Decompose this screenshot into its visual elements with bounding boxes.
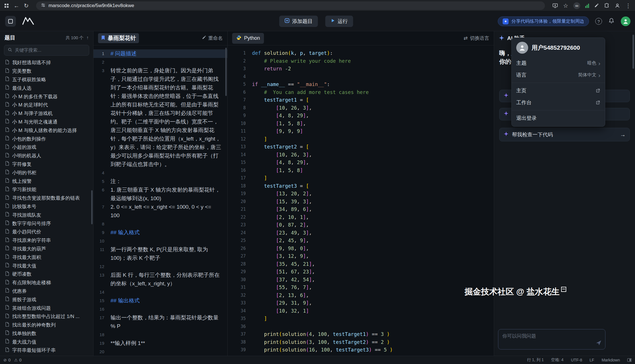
code-line[interactable]: 34 [10, 32, 1] <box>228 307 494 315</box>
code-line[interactable]: 10 [1, 5, 8], <box>228 120 494 128</box>
switch-language-button[interactable]: ⇄ 切换语言 <box>464 35 489 41</box>
problem-list-item[interactable]: 线上报警 <box>0 177 93 185</box>
menu-item-theme[interactable]: 主题 暗色› <box>512 57 605 69</box>
rename-button[interactable]: 重命名 <box>202 35 223 41</box>
tab-grid-icon[interactable] <box>4 3 9 8</box>
problem-list-item[interactable]: 数字字母问号排序 <box>0 219 93 228</box>
code-line[interactable]: 14 [10, 26, 3], <box>228 151 494 159</box>
code-line[interactable]: 26 [9, 98, 0], <box>228 245 494 253</box>
problem-line[interactable]: 5注： <box>93 177 227 186</box>
code-line[interactable]: 18 testTarget3 = [ <box>228 182 494 190</box>
problem-line[interactable]: 72. 0 <= x_left <= x_right <= 1000, 0 < … <box>93 203 227 220</box>
problem-list-item[interactable]: 最佳人选 <box>0 84 93 92</box>
problem-list-item[interactable]: 找出整型数组中占比超过 1/N ... <box>0 312 93 321</box>
problem-list-item[interactable]: 寻找最大值 <box>0 262 93 270</box>
bookmark-star-icon[interactable]: ☆ <box>563 3 568 9</box>
code-line[interactable]: 28 [35, 45, 21], <box>228 260 494 268</box>
code-line[interactable]: 13 testTarget2 = [ <box>228 143 494 151</box>
code-line[interactable]: 9 [4, 8, 29], <box>228 112 494 120</box>
practice-logo[interactable] <box>5 16 16 27</box>
code-line[interactable]: 3 return -2 <box>228 65 494 73</box>
ai-scrollbar-thumb[interactable] <box>632 35 634 69</box>
code-line[interactable]: 8 [10, 26, 3], <box>228 104 494 112</box>
problem-line[interactable]: 20 <box>93 348 227 356</box>
problem-list-item[interactable]: 寻找最大的葫芦 <box>0 245 93 253</box>
code-line[interactable]: 22 [2, 10, 1], <box>228 214 494 221</box>
problem-scrollbar-thumb[interactable] <box>225 48 227 96</box>
problem-line[interactable]: 18 <box>93 330 227 339</box>
menu-item-workspace[interactable]: 工作台 <box>512 97 605 108</box>
run-button[interactable]: 运行 <box>325 16 353 27</box>
code-line[interactable]: 30 [37, 42, 54], <box>228 276 494 284</box>
problem-list-item[interactable]: 学习新技能 <box>0 185 93 194</box>
cursor-position[interactable]: 行 1, 列 1 <box>527 357 544 363</box>
problem-list-item[interactable]: 完美整数 <box>0 67 93 76</box>
promo-banner[interactable]: ✶ 分享代码练习体验，领限量定制周边 <box>498 16 589 26</box>
problem-line[interactable]: 4 <box>93 169 227 177</box>
check-code-button[interactable]: 帮我检查一下代码 → <box>499 128 630 141</box>
problem-line[interactable]: 10 <box>93 237 227 245</box>
ai-input-box[interactable] <box>498 329 605 350</box>
problem-line[interactable]: 61. 唐三朝垂直于 X 轴方向发射的暴雨梨花针，最远能够到达(x, 100) <box>93 186 227 203</box>
problem-list-item[interactable]: 摇骰子游戏 <box>0 295 93 304</box>
problem-line[interactable]: 16 <box>93 305 227 313</box>
extensions-puzzle-icon[interactable] <box>604 3 609 8</box>
problem-list-item[interactable]: 英雄组合游戏问题 <box>0 304 93 312</box>
back-icon[interactable]: ← <box>14 3 19 9</box>
problem-list-item[interactable]: 小 M 的多任务下载器 <box>0 92 93 101</box>
refresh-icon[interactable]: ↻ <box>24 3 29 9</box>
problem-line[interactable]: 3转世之前的唐三，身处唐门。因为是外门弟子，只能通过自学提升武艺，唐三在藏书阁找… <box>93 66 227 169</box>
errors-indicator[interactable]: ⊘ 0 <box>3 358 11 362</box>
problem-list-item[interactable]: 我好想逃却逃不掉 <box>0 58 93 67</box>
problem-list-item[interactable]: 小包的数列操作 <box>0 135 93 143</box>
problem-list-item[interactable]: 小明的机器人 <box>0 152 93 160</box>
bell-icon[interactable] <box>608 18 615 25</box>
install-icon[interactable] <box>552 3 558 9</box>
code-line[interactable]: 4 <box>228 73 494 81</box>
code-line[interactable]: 39 print(solution(16, 100, testTarget3) … <box>228 346 494 354</box>
code-line[interactable]: 25 [2, 45, 9], <box>228 237 494 245</box>
code-line[interactable]: 12 ] <box>228 135 494 143</box>
code-line[interactable]: 37 print(solution(4, 100, testTarget1) =… <box>228 330 494 338</box>
problem-list-item[interactable]: 小 M 与弹子游戏机 <box>0 109 93 118</box>
eol-type[interactable]: LF <box>590 358 594 362</box>
menu-item-logout[interactable]: 退出登录 <box>512 112 605 124</box>
menu-item-home[interactable]: 主页 <box>512 85 605 97</box>
ai-input[interactable] <box>498 329 605 349</box>
problem-list-item[interactable]: 硬币凑数 <box>0 270 93 279</box>
problem-list-item[interactable]: 最大战力值 <box>0 338 93 346</box>
problem-list-item[interactable]: 小 M 与狼人拯救者的能力选择 <box>0 126 93 135</box>
problem-list-item[interactable]: 小 M 与光明之魂速通 <box>0 118 93 126</box>
code-line[interactable]: 35 ] <box>228 315 494 323</box>
code-line[interactable]: 16 [1, 5, 8] <box>228 167 494 175</box>
code-line[interactable]: 1def solution(k, p, target): <box>228 49 494 57</box>
problem-line[interactable]: 11第一行两个整数 K, P(只是用来取整, 取为 100)；表示 K 个靶子 <box>93 245 227 262</box>
problem-list-item[interactable]: 小 M 的足球时代 <box>0 101 93 109</box>
problem-list-item[interactable]: 寻找游戏队友 <box>0 211 93 219</box>
problem-line[interactable]: 14 <box>93 288 227 296</box>
menu-item-language[interactable]: 语言 简体中文› <box>512 69 605 81</box>
problem-line[interactable]: 1# 问题描述 <box>93 49 227 58</box>
problem-title-tab[interactable]: 暴雨梨花针 <box>98 33 139 43</box>
browser-menu-icon[interactable]: ⋮ <box>625 3 631 9</box>
code-line[interactable]: 7 testTarget1 = [ <box>228 96 494 104</box>
sidebar-scrollbar-thumb[interactable] <box>91 190 93 224</box>
code-line[interactable]: 19 [13, 20, 2], <box>228 190 494 198</box>
language-tab[interactable]: Python <box>232 33 264 44</box>
url-bar[interactable]: marscode.cn/practice/5w9n6k1ev8okwe <box>36 1 545 10</box>
warnings-indicator[interactable]: ⚠ 0 <box>14 358 22 362</box>
problem-list-item[interactable]: 寻找包含斐波那契数最多的链表 <box>0 194 93 202</box>
user-avatar[interactable] <box>621 16 630 26</box>
code-line[interactable]: 29 [51, 67, 23], <box>228 268 494 276</box>
encoding[interactable]: UTF-8 <box>571 358 582 362</box>
indentation[interactable]: 空格: 4 <box>551 357 564 363</box>
code-line[interactable]: 15 [4, 8, 29], <box>228 159 494 167</box>
stats-extension-icon[interactable] <box>585 3 589 8</box>
code-line[interactable]: 6 # You can add more test cases here <box>228 89 494 97</box>
problem-line[interactable]: 2 <box>93 58 227 66</box>
problem-list-item[interactable]: 字符修复 <box>0 160 93 169</box>
code-line[interactable]: 5if __name__ == "__main__": <box>228 81 494 89</box>
code-line[interactable]: 36 <box>228 323 494 331</box>
problem-list-item[interactable]: 寻找原来的字符串 <box>0 236 93 245</box>
code-line[interactable]: 2 # Please write your code here <box>228 57 494 65</box>
